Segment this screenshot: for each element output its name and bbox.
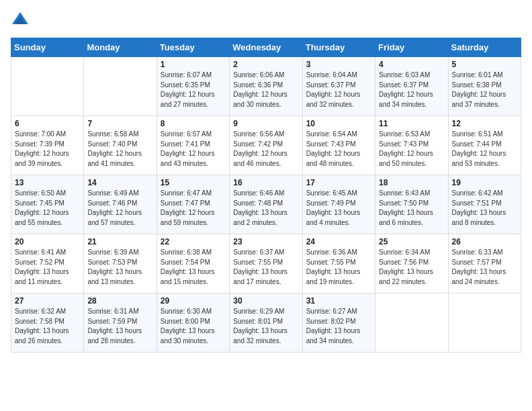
day-number: 27 [15,296,80,306]
calendar-week-row: 1Sunrise: 6:07 AM Sunset: 6:35 PM Daylig… [11,57,521,116]
calendar-cell [84,57,157,116]
day-info: Sunrise: 6:46 AM Sunset: 7:48 PM Dayligh… [233,189,298,228]
day-number: 20 [15,237,80,246]
weekday-header: Saturday [448,38,521,57]
calendar-cell: 16Sunrise: 6:46 AM Sunset: 7:48 PM Dayli… [230,175,302,234]
calendar-cell: 26Sunrise: 6:33 AM Sunset: 7:57 PM Dayli… [448,234,521,293]
calendar-week-row: 20Sunrise: 6:41 AM Sunset: 7:52 PM Dayli… [11,234,521,293]
logo-icon [11,11,30,30]
day-info: Sunrise: 6:34 AM Sunset: 7:56 PM Dayligh… [379,248,444,287]
calendar-cell: 31Sunrise: 6:27 AM Sunset: 8:02 PM Dayli… [302,293,375,353]
day-number: 24 [306,237,371,246]
day-info: Sunrise: 6:38 AM Sunset: 7:54 PM Dayligh… [161,248,226,287]
day-number: 26 [452,237,517,246]
day-info: Sunrise: 6:31 AM Sunset: 7:59 PM Dayligh… [87,307,152,346]
calendar-cell: 25Sunrise: 6:34 AM Sunset: 7:56 PM Dayli… [375,234,448,293]
day-number: 19 [452,178,517,187]
page-header [11,11,521,30]
day-number: 11 [379,119,444,128]
calendar-cell: 1Sunrise: 6:07 AM Sunset: 6:35 PM Daylig… [157,57,229,116]
day-number: 4 [379,60,444,69]
calendar-cell: 8Sunrise: 6:57 AM Sunset: 7:41 PM Daylig… [157,116,229,175]
day-info: Sunrise: 6:57 AM Sunset: 7:41 PM Dayligh… [161,130,226,169]
calendar-cell: 3Sunrise: 6:04 AM Sunset: 6:37 PM Daylig… [302,57,375,116]
day-info: Sunrise: 6:49 AM Sunset: 7:46 PM Dayligh… [87,189,152,228]
day-number: 16 [233,178,298,187]
calendar-cell: 10Sunrise: 6:54 AM Sunset: 7:43 PM Dayli… [302,116,375,175]
day-info: Sunrise: 6:50 AM Sunset: 7:45 PM Dayligh… [15,189,80,228]
day-number: 2 [233,60,298,69]
calendar-cell: 14Sunrise: 6:49 AM Sunset: 7:46 PM Dayli… [84,175,157,234]
logo [11,11,32,30]
day-info: Sunrise: 6:41 AM Sunset: 7:52 PM Dayligh… [15,248,80,287]
day-info: Sunrise: 6:32 AM Sunset: 7:58 PM Dayligh… [15,307,80,346]
day-info: Sunrise: 6:36 AM Sunset: 7:55 PM Dayligh… [306,248,371,287]
day-info: Sunrise: 6:43 AM Sunset: 7:50 PM Dayligh… [379,189,444,228]
day-number: 22 [161,237,226,246]
calendar-cell: 6Sunrise: 7:00 AM Sunset: 7:39 PM Daylig… [11,116,84,175]
calendar-week-row: 13Sunrise: 6:50 AM Sunset: 7:45 PM Dayli… [11,175,521,234]
calendar-cell: 27Sunrise: 6:32 AM Sunset: 7:58 PM Dayli… [11,293,84,353]
calendar-cell: 20Sunrise: 6:41 AM Sunset: 7:52 PM Dayli… [11,234,84,293]
calendar-cell: 29Sunrise: 6:30 AM Sunset: 8:00 PM Dayli… [157,293,229,353]
day-info: Sunrise: 6:54 AM Sunset: 7:43 PM Dayligh… [306,130,371,169]
calendar-cell: 5Sunrise: 6:01 AM Sunset: 6:38 PM Daylig… [448,57,521,116]
weekday-header: Thursday [302,38,375,57]
day-info: Sunrise: 6:53 AM Sunset: 7:43 PM Dayligh… [379,130,444,169]
calendar-cell: 2Sunrise: 6:06 AM Sunset: 6:36 PM Daylig… [230,57,302,116]
calendar-cell: 22Sunrise: 6:38 AM Sunset: 7:54 PM Dayli… [157,234,229,293]
day-info: Sunrise: 7:00 AM Sunset: 7:39 PM Dayligh… [15,130,80,169]
calendar-cell [448,293,521,353]
day-number: 5 [452,60,517,69]
day-number: 7 [87,119,152,128]
weekday-header: Friday [375,38,448,57]
calendar-week-row: 27Sunrise: 6:32 AM Sunset: 7:58 PM Dayli… [11,293,521,353]
calendar-cell: 18Sunrise: 6:43 AM Sunset: 7:50 PM Dayli… [375,175,448,234]
calendar-cell: 23Sunrise: 6:37 AM Sunset: 7:55 PM Dayli… [230,234,302,293]
weekday-header: Tuesday [157,38,229,57]
day-number: 30 [233,296,298,306]
day-number: 23 [233,237,298,246]
calendar-body: 1Sunrise: 6:07 AM Sunset: 6:35 PM Daylig… [11,57,521,353]
day-number: 6 [15,119,80,128]
day-info: Sunrise: 6:39 AM Sunset: 7:53 PM Dayligh… [87,248,152,287]
day-info: Sunrise: 6:30 AM Sunset: 8:00 PM Dayligh… [161,307,226,346]
day-info: Sunrise: 6:27 AM Sunset: 8:02 PM Dayligh… [306,307,371,346]
day-info: Sunrise: 6:37 AM Sunset: 7:55 PM Dayligh… [233,248,298,287]
calendar-cell [375,293,448,353]
day-info: Sunrise: 6:33 AM Sunset: 7:57 PM Dayligh… [452,248,517,287]
day-number: 28 [87,296,152,306]
day-info: Sunrise: 6:04 AM Sunset: 6:37 PM Dayligh… [306,71,371,109]
weekday-header: Monday [84,38,157,57]
calendar-cell: 12Sunrise: 6:51 AM Sunset: 7:44 PM Dayli… [448,116,521,175]
day-info: Sunrise: 6:29 AM Sunset: 8:01 PM Dayligh… [233,307,298,346]
calendar-cell: 28Sunrise: 6:31 AM Sunset: 7:59 PM Dayli… [84,293,157,353]
calendar-cell [11,57,84,116]
calendar-cell: 15Sunrise: 6:47 AM Sunset: 7:47 PM Dayli… [157,175,229,234]
calendar-header: SundayMondayTuesdayWednesdayThursdayFrid… [11,38,521,57]
day-number: 1 [161,60,226,69]
day-number: 12 [452,119,517,128]
weekday-header: Sunday [11,38,84,57]
day-info: Sunrise: 6:03 AM Sunset: 6:37 PM Dayligh… [379,71,444,109]
day-info: Sunrise: 6:07 AM Sunset: 6:35 PM Dayligh… [161,71,226,109]
calendar-cell: 9Sunrise: 6:56 AM Sunset: 7:42 PM Daylig… [230,116,302,175]
day-number: 3 [306,60,371,69]
day-info: Sunrise: 6:58 AM Sunset: 7:40 PM Dayligh… [87,130,152,169]
day-number: 17 [306,178,371,187]
calendar-week-row: 6Sunrise: 7:00 AM Sunset: 7:39 PM Daylig… [11,116,521,175]
day-number: 15 [161,178,226,187]
header-row: SundayMondayTuesdayWednesdayThursdayFrid… [11,38,521,57]
calendar-cell: 13Sunrise: 6:50 AM Sunset: 7:45 PM Dayli… [11,175,84,234]
calendar-cell: 21Sunrise: 6:39 AM Sunset: 7:53 PM Dayli… [84,234,157,293]
day-info: Sunrise: 6:42 AM Sunset: 7:51 PM Dayligh… [452,189,517,228]
day-info: Sunrise: 6:56 AM Sunset: 7:42 PM Dayligh… [233,130,298,169]
calendar-cell: 17Sunrise: 6:45 AM Sunset: 7:49 PM Dayli… [302,175,375,234]
day-number: 14 [87,178,152,187]
day-number: 29 [161,296,226,306]
day-info: Sunrise: 6:01 AM Sunset: 6:38 PM Dayligh… [452,71,517,109]
day-number: 13 [15,178,80,187]
day-number: 18 [379,178,444,187]
day-number: 21 [87,237,152,246]
weekday-header: Wednesday [230,38,302,57]
